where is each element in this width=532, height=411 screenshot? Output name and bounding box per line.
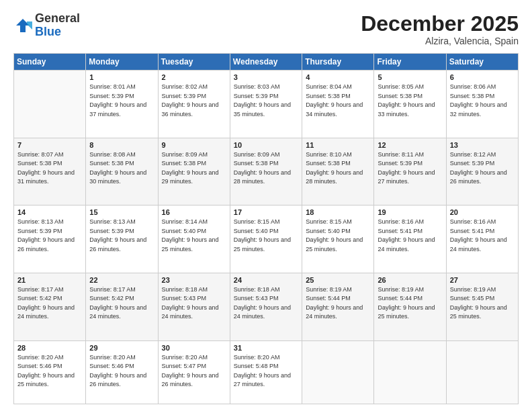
day-info: Sunrise: 8:11 AMSunset: 5:39 PMDaylight:… <box>378 150 442 187</box>
calendar-cell: 28Sunrise: 8:20 AMSunset: 5:46 PMDayligh… <box>14 340 86 404</box>
calendar-week-2: 7Sunrise: 8:07 AMSunset: 5:38 PMDaylight… <box>14 138 519 205</box>
day-info: Sunrise: 8:18 AMSunset: 5:43 PMDaylight:… <box>162 285 226 322</box>
day-number: 12 <box>378 141 442 149</box>
day-number: 30 <box>162 344 226 352</box>
day-number: 6 <box>450 73 515 81</box>
header: General Blue December 2025 Alzira, Valen… <box>13 12 519 46</box>
day-number: 4 <box>306 73 370 81</box>
day-info: Sunrise: 8:01 AMSunset: 5:39 PMDaylight:… <box>89 83 154 119</box>
calendar-cell: 29Sunrise: 8:20 AMSunset: 5:46 PMDayligh… <box>86 340 158 404</box>
day-info: Sunrise: 8:20 AMSunset: 5:47 PMDaylight:… <box>162 353 226 390</box>
day-number: 24 <box>234 276 298 284</box>
day-info: Sunrise: 8:17 AMSunset: 5:42 PMDaylight:… <box>17 285 82 322</box>
day-info: Sunrise: 8:09 AMSunset: 5:38 PMDaylight:… <box>234 150 298 187</box>
day-info: Sunrise: 8:20 AMSunset: 5:46 PMDaylight:… <box>89 353 154 390</box>
calendar-cell: 16Sunrise: 8:14 AMSunset: 5:40 PMDayligh… <box>158 205 230 273</box>
calendar-cell: 2Sunrise: 8:02 AMSunset: 5:39 PMDaylight… <box>158 71 230 138</box>
calendar-cell: 15Sunrise: 8:13 AMSunset: 5:39 PMDayligh… <box>86 205 158 273</box>
logo-text: General Blue <box>35 12 80 39</box>
day-number: 3 <box>234 73 298 81</box>
day-number: 29 <box>89 344 154 352</box>
calendar-cell <box>446 340 518 404</box>
calendar-cell: 7Sunrise: 8:07 AMSunset: 5:38 PMDaylight… <box>14 138 86 205</box>
day-number: 21 <box>17 276 82 284</box>
weekday-header-monday: Monday <box>86 54 158 71</box>
day-number: 18 <box>306 208 370 216</box>
location: Alzira, Valencia, Spain <box>361 36 519 46</box>
day-number: 14 <box>17 208 82 216</box>
day-number: 23 <box>162 276 226 284</box>
calendar-week-4: 21Sunrise: 8:17 AMSunset: 5:42 PMDayligh… <box>14 273 519 340</box>
weekday-header-sunday: Sunday <box>14 54 86 71</box>
calendar-cell: 1Sunrise: 8:01 AMSunset: 5:39 PMDaylight… <box>86 71 158 138</box>
calendar-cell: 25Sunrise: 8:19 AMSunset: 5:44 PMDayligh… <box>302 273 374 340</box>
day-number: 5 <box>378 73 442 81</box>
day-number: 9 <box>162 141 226 149</box>
page: General Blue December 2025 Alzira, Valen… <box>0 0 532 411</box>
day-number: 10 <box>234 141 298 149</box>
day-info: Sunrise: 8:14 AMSunset: 5:40 PMDaylight:… <box>162 218 226 254</box>
day-info: Sunrise: 8:02 AMSunset: 5:39 PMDaylight:… <box>162 83 226 119</box>
logo-icon <box>13 16 32 35</box>
day-info: Sunrise: 8:19 AMSunset: 5:44 PMDaylight:… <box>306 285 370 322</box>
day-info: Sunrise: 8:20 AMSunset: 5:48 PMDaylight:… <box>234 353 298 390</box>
day-number: 22 <box>89 276 154 284</box>
day-info: Sunrise: 8:15 AMSunset: 5:40 PMDaylight:… <box>306 218 370 254</box>
logo-blue: Blue <box>35 26 80 39</box>
calendar-cell: 20Sunrise: 8:16 AMSunset: 5:41 PMDayligh… <box>446 205 518 273</box>
day-info: Sunrise: 8:04 AMSunset: 5:38 PMDaylight:… <box>306 83 370 119</box>
day-info: Sunrise: 8:05 AMSunset: 5:38 PMDaylight:… <box>378 83 442 119</box>
svg-marker-0 <box>16 19 30 32</box>
calendar-cell: 24Sunrise: 8:18 AMSunset: 5:43 PMDayligh… <box>230 273 302 340</box>
day-number: 1 <box>89 73 154 81</box>
calendar-table: SundayMondayTuesdayWednesdayThursdayFrid… <box>13 53 519 404</box>
day-info: Sunrise: 8:08 AMSunset: 5:38 PMDaylight:… <box>89 150 154 187</box>
day-info: Sunrise: 8:16 AMSunset: 5:41 PMDaylight:… <box>378 218 442 254</box>
weekday-header-thursday: Thursday <box>302 54 374 71</box>
weekday-header-friday: Friday <box>374 54 446 71</box>
calendar-cell: 6Sunrise: 8:06 AMSunset: 5:38 PMDaylight… <box>446 71 518 138</box>
calendar-cell: 11Sunrise: 8:10 AMSunset: 5:38 PMDayligh… <box>302 138 374 205</box>
title-block: December 2025 Alzira, Valencia, Spain <box>361 12 519 46</box>
logo-general: General <box>35 12 80 26</box>
day-info: Sunrise: 8:10 AMSunset: 5:38 PMDaylight:… <box>306 150 370 187</box>
calendar-cell: 9Sunrise: 8:09 AMSunset: 5:38 PMDaylight… <box>158 138 230 205</box>
day-info: Sunrise: 8:20 AMSunset: 5:46 PMDaylight:… <box>17 353 82 390</box>
month-title: December 2025 <box>361 12 519 36</box>
day-number: 11 <box>306 141 370 149</box>
day-number: 25 <box>306 276 370 284</box>
day-number: 19 <box>378 208 442 216</box>
calendar-cell: 30Sunrise: 8:20 AMSunset: 5:47 PMDayligh… <box>158 340 230 404</box>
day-number: 26 <box>378 276 442 284</box>
calendar-cell: 8Sunrise: 8:08 AMSunset: 5:38 PMDaylight… <box>86 138 158 205</box>
calendar-cell: 12Sunrise: 8:11 AMSunset: 5:39 PMDayligh… <box>374 138 446 205</box>
calendar-cell: 23Sunrise: 8:18 AMSunset: 5:43 PMDayligh… <box>158 273 230 340</box>
calendar-cell: 13Sunrise: 8:12 AMSunset: 5:39 PMDayligh… <box>446 138 518 205</box>
calendar-week-1: 1Sunrise: 8:01 AMSunset: 5:39 PMDaylight… <box>14 71 519 138</box>
weekday-header-tuesday: Tuesday <box>158 54 230 71</box>
calendar-cell: 27Sunrise: 8:19 AMSunset: 5:45 PMDayligh… <box>446 273 518 340</box>
day-number: 28 <box>17 344 82 352</box>
weekday-header-saturday: Saturday <box>446 54 518 71</box>
calendar-cell: 19Sunrise: 8:16 AMSunset: 5:41 PMDayligh… <box>374 205 446 273</box>
day-info: Sunrise: 8:16 AMSunset: 5:41 PMDaylight:… <box>450 218 515 254</box>
calendar-cell: 31Sunrise: 8:20 AMSunset: 5:48 PMDayligh… <box>230 340 302 404</box>
calendar-cell <box>14 71 86 138</box>
calendar-cell: 17Sunrise: 8:15 AMSunset: 5:40 PMDayligh… <box>230 205 302 273</box>
day-info: Sunrise: 8:07 AMSunset: 5:38 PMDaylight:… <box>17 150 82 187</box>
day-info: Sunrise: 8:17 AMSunset: 5:42 PMDaylight:… <box>89 285 154 322</box>
day-number: 17 <box>234 208 298 216</box>
calendar-cell <box>374 340 446 404</box>
calendar-cell <box>302 340 374 404</box>
calendar-cell: 10Sunrise: 8:09 AMSunset: 5:38 PMDayligh… <box>230 138 302 205</box>
day-number: 20 <box>450 208 515 216</box>
calendar-week-3: 14Sunrise: 8:13 AMSunset: 5:39 PMDayligh… <box>14 205 519 273</box>
day-number: 31 <box>234 344 298 352</box>
weekday-header-wednesday: Wednesday <box>230 54 302 71</box>
day-number: 15 <box>89 208 154 216</box>
day-info: Sunrise: 8:15 AMSunset: 5:40 PMDaylight:… <box>234 218 298 254</box>
day-info: Sunrise: 8:13 AMSunset: 5:39 PMDaylight:… <box>89 218 154 254</box>
day-info: Sunrise: 8:18 AMSunset: 5:43 PMDaylight:… <box>234 285 298 322</box>
day-info: Sunrise: 8:13 AMSunset: 5:39 PMDaylight:… <box>17 218 82 254</box>
day-info: Sunrise: 8:19 AMSunset: 5:45 PMDaylight:… <box>450 285 515 322</box>
